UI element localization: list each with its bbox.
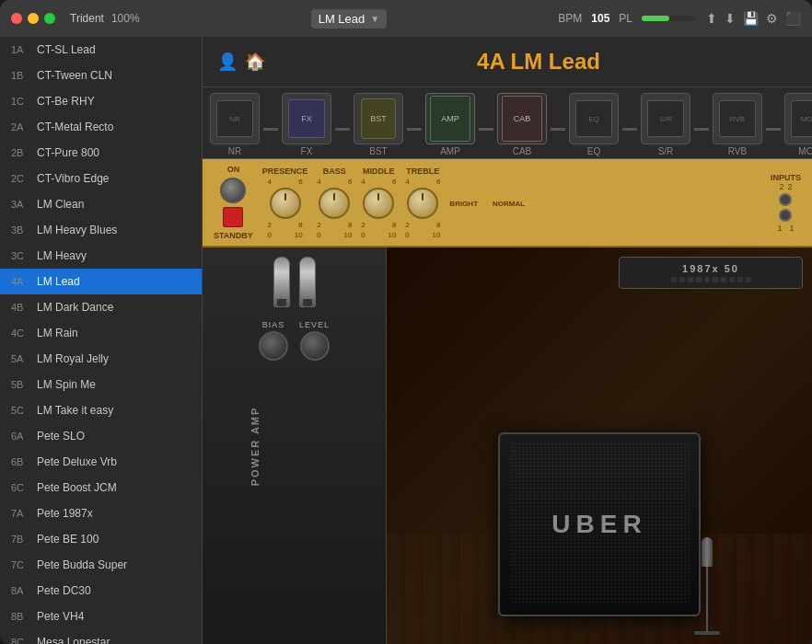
bass-section: BASS 46 28 010: [317, 167, 352, 239]
sidebar-item-1c[interactable]: 1CCT-Be RHY: [0, 88, 202, 114]
input-jack-1[interactable]: [779, 193, 792, 206]
bias-knob[interactable]: [259, 331, 288, 361]
sidebar-item-1a[interactable]: 1ACT-SL Lead: [0, 37, 202, 63]
sidebar-item-4c[interactable]: 4CLM Rain: [0, 320, 202, 346]
save-icon[interactable]: 💾: [743, 11, 759, 26]
sidebar-slot: 6C: [11, 482, 37, 493]
home-icon[interactable]: 🏠: [245, 52, 265, 72]
preset-header-icons: 👤 🏠: [217, 52, 265, 72]
minimize-button[interactable]: [28, 13, 39, 24]
user-icon[interactable]: 👤: [217, 52, 238, 72]
power-icon[interactable]: ⬛: [785, 11, 801, 26]
title-right: BPM 105 PL ⬆ ⬇ 💾 ⚙ ⬛: [558, 11, 801, 26]
sidebar-item-7a[interactable]: 7APete 1987x: [0, 500, 202, 526]
sidebar-item-6c[interactable]: 6CPete Boost JCM: [0, 475, 202, 500]
close-button[interactable]: [11, 13, 22, 24]
sidebar-slot: 6B: [11, 456, 37, 467]
maximize-button[interactable]: [44, 13, 55, 24]
sidebar-name: Pete SLO: [37, 430, 191, 443]
treble-knob[interactable]: [407, 188, 438, 219]
level-knob[interactable]: [300, 331, 330, 361]
bass-scale-bot2: 010: [317, 231, 352, 239]
sidebar-slot: 7B: [11, 534, 37, 545]
sidebar-item-3b[interactable]: 3BLM Heavy Blues: [0, 217, 202, 243]
sidebar-name: CT-SL Lead: [37, 43, 191, 56]
chain-item-amp: AMPAMP: [425, 93, 475, 156]
import-icon[interactable]: ⬇: [725, 11, 736, 26]
export-icon[interactable]: ⬆: [706, 11, 717, 26]
presence-scale-bot: 28: [268, 221, 303, 229]
sidebar-item-2b[interactable]: 2BCT-Pure 800: [0, 140, 202, 166]
amp-light-2: [679, 277, 685, 282]
sidebar-item-8b[interactable]: 8BPete VH4: [0, 604, 202, 629]
sidebar-item-6b[interactable]: 6BPete Deluxe Vrb: [0, 449, 202, 475]
sidebar-item-3a[interactable]: 3ALM Clean: [0, 191, 202, 217]
amp-light-10: [746, 277, 751, 282]
mic-pole: [706, 567, 708, 631]
pl-bar[interactable]: [642, 16, 697, 21]
sidebar-slot: 5B: [11, 379, 37, 390]
chain-box-amp[interactable]: AMP: [425, 93, 475, 144]
preset-dropdown[interactable]: LM Lead ▼: [311, 9, 388, 29]
sidebar-name: CT-Metal Recto: [37, 121, 191, 133]
power-switch[interactable]: [220, 178, 246, 203]
sidebar-name: CT-Tween CLN: [37, 69, 191, 82]
main-content: 1ACT-SL Lead1BCT-Tween CLN1CCT-Be RHY2AC…: [0, 37, 812, 644]
inputs-label: INPUTS: [771, 173, 801, 182]
sidebar-item-8a[interactable]: 8APete DC30: [0, 578, 202, 604]
bass-knob[interactable]: [319, 188, 350, 219]
middle-scale-bot2: 010: [361, 231, 396, 239]
amp-controls: ON STANDBY PRESENCE 46 28 010 BASS 46: [203, 159, 812, 247]
chain-label-nr: NR: [228, 146, 241, 156]
chain-connector-6: [694, 128, 709, 131]
bass-scale-top: 46: [317, 178, 352, 186]
treble-scale-bot: 28: [405, 221, 440, 229]
sidebar-name: LM Spin Me: [37, 378, 191, 391]
middle-label: MIDDLE: [363, 167, 395, 176]
traffic-lights: [11, 13, 55, 24]
sidebar-item-5a[interactable]: 5ALM Royal Jelly: [0, 346, 202, 372]
sidebar-item-2a[interactable]: 2ACT-Metal Recto: [0, 114, 202, 140]
sidebar-item-4a[interactable]: 4ALM Lead: [0, 269, 202, 294]
sidebar-item-1b[interactable]: 1BCT-Tween CLN: [0, 63, 202, 88]
sidebar-item-5b[interactable]: 5BLM Spin Me: [0, 372, 202, 397]
chain-box-eq[interactable]: EQ: [569, 93, 619, 144]
chain-box-bst[interactable]: BST: [354, 93, 403, 144]
sidebar-item-3c[interactable]: 3CLM Heavy: [0, 243, 202, 269]
sidebar-item-2c[interactable]: 2CCT-Vibro Edge: [0, 166, 202, 191]
on-label: ON: [227, 165, 240, 174]
chain-connector-3: [479, 128, 493, 131]
sidebar-name: Mesa Lonestar: [37, 636, 191, 644]
presence-knob[interactable]: [270, 188, 301, 219]
sidebar-slot: 2C: [11, 173, 37, 184]
sidebar-slot: 8C: [11, 637, 37, 644]
dropdown-arrow-icon: ▼: [370, 14, 379, 24]
sidebar-name: CT-Be RHY: [37, 95, 191, 108]
chain-label-eq: EQ: [587, 146, 600, 156]
signal-chain: NRNRFXFXBSTBSTAMPAMPCABCABEQEQS/RS/RRVBR…: [203, 87, 812, 159]
standby-button[interactable]: [223, 207, 243, 227]
settings-icon[interactable]: ⚙: [766, 11, 778, 26]
sidebar-name: Pete Budda Super: [37, 558, 191, 571]
chain-box-s/r[interactable]: S/R: [641, 93, 690, 144]
middle-knob[interactable]: [363, 188, 394, 219]
input-jack-2[interactable]: [779, 209, 792, 222]
sidebar-slot: 3B: [11, 224, 37, 236]
chain-box-fx[interactable]: FX: [282, 93, 331, 144]
sidebar-item-8c[interactable]: 8CMesa Lonestar: [0, 629, 202, 644]
bpm-label: BPM: [558, 12, 582, 25]
mic-stand: [694, 537, 720, 635]
chain-box-rvb[interactable]: RVB: [713, 93, 762, 144]
chain-item-s/r: S/RS/R: [641, 93, 690, 156]
chain-box-mod[interactable]: MOD: [784, 93, 812, 144]
sidebar-item-5c[interactable]: 5CLM Take it easy: [0, 397, 202, 423]
sidebar-slot: 1C: [11, 96, 37, 107]
sidebar-item-7c[interactable]: 7CPete Budda Super: [0, 552, 202, 578]
sidebar-item-6a[interactable]: 6APete SLO: [0, 423, 202, 449]
chain-box-cab[interactable]: CAB: [497, 93, 547, 144]
inputs-numbers: 22: [779, 182, 792, 191]
chain-box-nr[interactable]: NR: [210, 93, 260, 144]
presence-label: PRESENCE: [262, 167, 308, 176]
sidebar-item-4b[interactable]: 4BLM Dark Dance: [0, 294, 202, 320]
sidebar-item-7b[interactable]: 7BPete BE 100: [0, 526, 202, 552]
